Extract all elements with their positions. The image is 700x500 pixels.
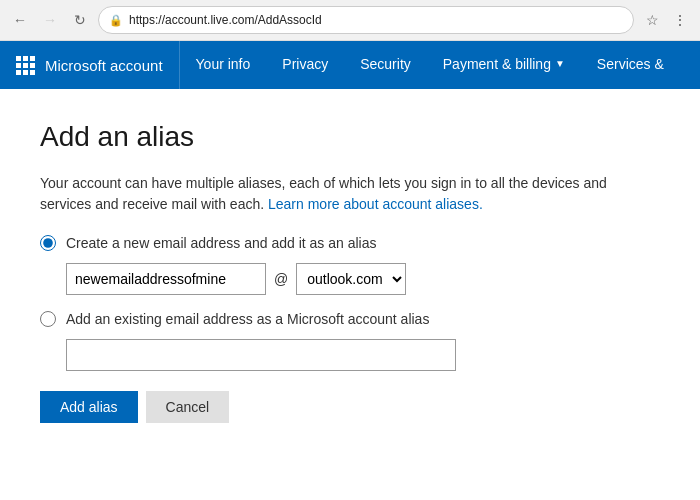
nav-links: Your info Privacy Security Payment & bil… [180, 41, 700, 89]
page-title: Add an alias [40, 121, 660, 153]
create-new-label: Create a new email address and add it as… [66, 235, 377, 251]
refresh-button[interactable]: ↻ [68, 8, 92, 32]
add-existing-label: Add an existing email address as a Micro… [66, 311, 429, 327]
cancel-button[interactable]: Cancel [146, 391, 230, 423]
nav-your-info[interactable]: Your info [180, 41, 267, 89]
add-alias-button[interactable]: Add alias [40, 391, 138, 423]
create-new-radio[interactable] [40, 235, 56, 251]
at-symbol: @ [274, 271, 288, 287]
browser-toolbar: ← → ↻ 🔒 https://account.live.com/AddAsso… [0, 0, 700, 40]
nav-brand: Microsoft account [0, 41, 180, 89]
address-bar: 🔒 https://account.live.com/AddAssocId [98, 6, 634, 34]
site-nav: Microsoft account Your info Privacy Secu… [0, 41, 700, 89]
brand-label: Microsoft account [45, 57, 163, 74]
page-description: Your account can have multiple aliases, … [40, 173, 660, 215]
nav-privacy[interactable]: Privacy [266, 41, 344, 89]
nav-services[interactable]: Services & [581, 41, 680, 89]
back-button[interactable]: ← [8, 8, 32, 32]
existing-email-section: Add an existing email address as a Micro… [40, 311, 660, 371]
new-email-input[interactable] [66, 263, 266, 295]
create-new-email-option[interactable]: Create a new email address and add it as… [40, 235, 660, 251]
email-input-row: @ outlook.com hotmail.com [66, 263, 660, 295]
forward-button[interactable]: → [38, 8, 62, 32]
browser-actions: ☆ ⋮ [640, 8, 692, 32]
existing-email-input[interactable] [66, 339, 456, 371]
browser-chrome: ← → ↻ 🔒 https://account.live.com/AddAsso… [0, 0, 700, 41]
chevron-down-icon: ▼ [555, 58, 565, 69]
add-existing-email-option[interactable]: Add an existing email address as a Micro… [40, 311, 660, 327]
learn-more-link[interactable]: Learn more about account aliases. [268, 196, 483, 212]
nav-security[interactable]: Security [344, 41, 427, 89]
nav-payment[interactable]: Payment & billing ▼ [427, 41, 581, 89]
grid-icon [16, 56, 35, 75]
button-row: Add alias Cancel [40, 391, 660, 423]
lock-icon: 🔒 [109, 14, 123, 27]
domain-select[interactable]: outlook.com hotmail.com [296, 263, 406, 295]
more-button[interactable]: ⋮ [668, 8, 692, 32]
favorites-button[interactable]: ☆ [640, 8, 664, 32]
url-text: https://account.live.com/AddAssocId [129, 13, 623, 27]
add-existing-radio[interactable] [40, 311, 56, 327]
main-content: Add an alias Your account can have multi… [0, 89, 700, 455]
